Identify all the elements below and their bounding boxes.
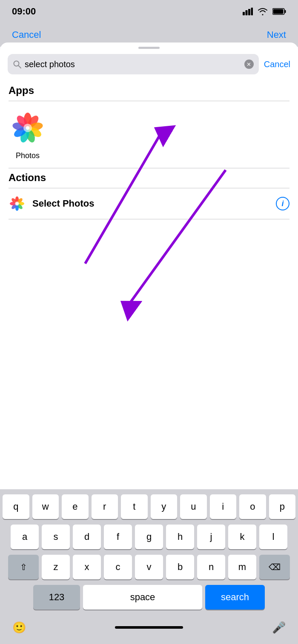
cancel-button[interactable]: Cancel [264,60,290,69]
mic-key[interactable]: 🎤 [266,615,291,640]
backspace-key[interactable]: ⌫ [259,555,290,579]
key-b[interactable]: b [166,555,194,579]
wifi-icon [257,7,268,16]
svg-point-19 [23,124,32,132]
key-d[interactable]: d [73,525,101,549]
key-a[interactable]: a [11,525,39,549]
key-f[interactable]: f [104,525,132,549]
keyboard-row-3: ⇧ z x c v b n m ⌫ [3,555,295,579]
nav-next-label[interactable]: Next [267,29,286,40]
keyboard-row-bottom: 123 space search [3,585,295,610]
svg-rect-2 [248,9,250,15]
search-bar[interactable]: select photos ✕ [8,54,259,74]
key-u[interactable]: u [180,494,207,519]
svg-point-7 [14,61,19,66]
keyboard[interactable]: q w e r t y u i o p a s d f g h j k l ⇧ … [0,489,298,644]
key-c[interactable]: c [104,555,132,579]
key-x[interactable]: x [73,555,101,579]
key-l[interactable]: l [259,525,287,549]
actions-section-title: Actions [0,168,298,188]
keyboard-row-1: q w e r t y u i o p [3,494,295,519]
select-photos-info-button[interactable]: i [276,197,289,210]
select-photos-action[interactable]: Select Photos i [0,188,298,219]
key-q[interactable]: q [3,494,29,519]
svg-rect-3 [251,8,253,15]
key-m[interactable]: m [228,555,256,579]
shift-key[interactable]: ⇧ [8,555,39,579]
key-k[interactable]: k [228,525,256,549]
key-j[interactable]: j [197,525,225,549]
key-y[interactable]: y [151,494,178,519]
status-time: 09:00 [12,6,36,17]
status-icons [243,7,286,16]
svg-line-8 [19,66,21,68]
key-i[interactable]: i [210,494,237,519]
key-h[interactable]: h [166,525,194,549]
key-p[interactable]: p [269,494,296,519]
key-r[interactable]: r [92,494,118,519]
svg-rect-0 [243,12,245,15]
svg-rect-6 [273,9,284,14]
photos-app-item[interactable]: Photos [0,101,55,168]
key-z[interactable]: z [42,555,70,579]
numbers-key[interactable]: 123 [33,585,80,610]
home-bar [115,626,183,629]
svg-point-29 [15,201,19,206]
photos-app-icon [9,109,47,147]
battery-icon [272,8,286,15]
key-v[interactable]: v [135,555,163,579]
search-input[interactable]: select photos [25,60,241,69]
sheet-handle [138,47,160,49]
search-clear-button[interactable]: ✕ [244,60,254,69]
search-key[interactable]: search [205,585,265,610]
key-n[interactable]: n [197,555,225,579]
keyboard-row-2: a s d f g h j k l [3,525,295,549]
select-photos-icon [9,195,26,212]
keyboard-extras-row: 🙂 🎤 [3,615,295,644]
svg-rect-5 [285,10,286,13]
nav-cancel-label[interactable]: Cancel [12,29,41,40]
select-photos-label: Select Photos [32,198,269,209]
svg-rect-1 [246,10,248,15]
key-o[interactable]: o [239,494,266,519]
signal-icon [243,8,253,15]
search-container: select photos ✕ Cancel [0,54,298,74]
emoji-key[interactable]: 🙂 [7,615,32,640]
home-indicator [115,619,183,635]
key-w[interactable]: w [32,494,59,519]
key-e[interactable]: e [62,494,89,519]
key-g[interactable]: g [135,525,163,549]
search-icon [13,60,21,68]
key-s[interactable]: s [42,525,70,549]
key-t[interactable]: t [121,494,148,519]
space-key[interactable]: space [83,585,202,610]
apps-section-title: Apps [0,81,298,101]
action-bottom-divider [9,219,289,219]
photos-app-label: Photos [16,151,40,160]
status-bar: 09:00 [0,0,298,23]
